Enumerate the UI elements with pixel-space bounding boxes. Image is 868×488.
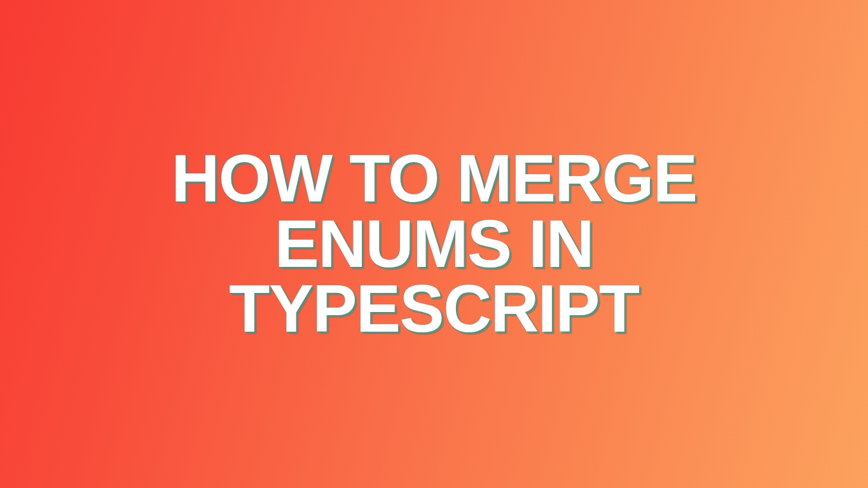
hero-title-line-2: enums in xyxy=(172,212,697,277)
hero-title: How to merge enums in TypeScript xyxy=(172,146,697,342)
hero-title-line-1: How to merge xyxy=(172,146,697,212)
hero-title-line-3: TypeScript xyxy=(172,276,697,342)
